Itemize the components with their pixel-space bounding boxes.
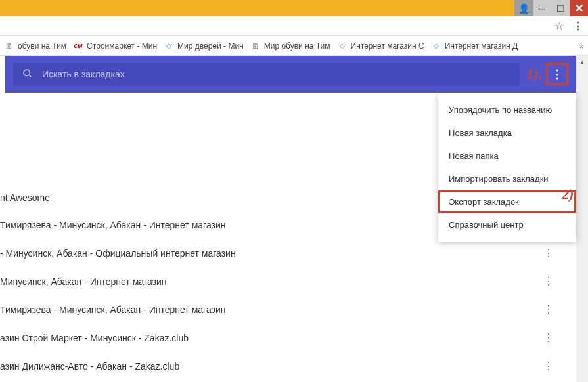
bookmark-row[interactable]: Минусинск, Абакан - Интернет магазин⋮ [0,267,576,295]
search-placeholder: Искать в закладках [42,69,125,79]
kebab-icon[interactable]: ⋮ [543,275,554,287]
kebab-icon[interactable]: ⋮ [543,331,554,344]
kebab-icon[interactable]: ⋮ [543,360,554,372]
diamond-icon: ◇ [431,41,441,51]
annotation-2: 2). [562,186,577,203]
window-titlebar: 👤 — ☐ ✕ [0,0,588,16]
kebab-icon: ⋮ [551,67,563,81]
minimize-button[interactable]: — [533,0,551,16]
address-bar: ☆ ⋮ [0,16,588,36]
diamond-icon: ◇ [164,41,174,51]
menu-help-center[interactable]: Справочный центр [438,213,576,236]
scrollbar[interactable]: ▴ [576,56,588,382]
page-icon: 🗎 [250,41,261,51]
menu-new-bookmark[interactable]: Новая закладка [438,121,576,144]
menu-sort-by-name[interactable]: Упорядочить по названию [438,98,576,121]
bookmark-item[interactable]: ◇Мир дверей - Мин [164,41,244,51]
bookmarks-bar: 🗎обуви на Тим смСтроймаркет - Мин ◇Мир д… [0,36,588,56]
menu-export-bookmarks[interactable]: Экспорт закладок [438,190,576,213]
profile-icon[interactable]: 👤 [514,0,533,16]
bookmark-item[interactable]: 🗎Мир обуви на Тим [250,41,330,51]
bookmark-item[interactable]: смСтроймаркет - Мин [73,41,157,51]
page-icon: 🗎 [4,41,14,51]
menu-import-bookmarks[interactable]: Импортировать закладки [438,167,576,190]
bookmark-item[interactable]: 🗎обуви на Тим [4,41,66,51]
header-menu-button[interactable]: ⋮ [546,63,568,85]
search-input[interactable]: Искать в закладках [13,63,520,86]
maximize-button[interactable]: ☐ [551,0,570,16]
bookmarks-header: Искать в закладках 1). ⋮ [5,56,576,93]
bookmark-row[interactable]: азин Дилижанс-Авто - Абакан - Zakaz.club… [0,352,576,380]
bookmark-row[interactable]: - Минусинск, Абакан - Официальный интерн… [0,239,576,267]
annotation-1: 1). [526,66,542,83]
bookmark-item[interactable]: ◇Интернет магазин Д [431,41,518,51]
dropdown-menu: Упорядочить по названию Новая закладка Н… [438,93,576,242]
bookmark-item[interactable]: ◇Интернет магазин С [337,41,424,51]
svg-line-1 [29,75,31,77]
bookmark-row[interactable]: Тимирязева - Минусинск, Абакан - Интерне… [0,295,576,324]
kebab-icon[interactable]: ⋮ [543,247,554,259]
scroll-up-icon[interactable]: ▴ [576,56,588,68]
diamond-icon: ◇ [337,41,348,51]
menu-new-folder[interactable]: Новая папка [438,144,576,167]
browser-menu-icon[interactable]: ⋮ [573,20,583,32]
close-button[interactable]: ✕ [570,0,588,16]
svg-point-0 [24,70,30,75]
search-icon [22,68,33,81]
site-icon: см [73,41,83,51]
star-icon[interactable]: ☆ [554,20,564,32]
overflow-chevron-icon[interactable]: » [579,41,584,51]
kebab-icon[interactable]: ⋮ [543,303,554,316]
bookmark-row[interactable]: азин Строй Маркет - Минусинск - Zakaz.cl… [0,324,576,352]
